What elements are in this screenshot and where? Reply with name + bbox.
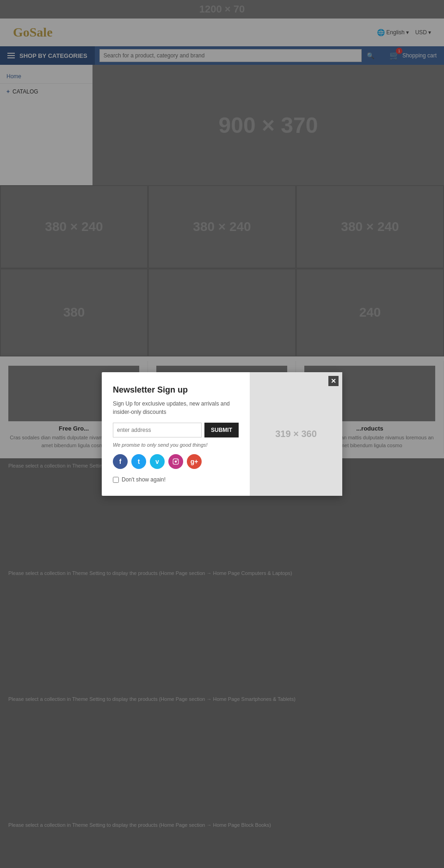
modal-image-dimensions: 319 × 360 — [275, 429, 317, 439]
social-icons: f t v g+ — [113, 454, 239, 469]
instagram-icon[interactable] — [168, 454, 183, 469]
modal-left-panel: Newsletter Sign up Sign Up for exclusive… — [102, 372, 250, 496]
facebook-icon[interactable]: f — [113, 454, 128, 469]
email-input[interactable] — [113, 423, 202, 437]
vimeo-icon[interactable]: v — [150, 454, 165, 469]
svg-point-2 — [177, 460, 178, 461]
newsletter-modal: ✕ Newsletter Sign up Sign Up for exclusi… — [102, 372, 342, 496]
dont-show-checkbox[interactable] — [113, 477, 119, 483]
submit-button[interactable]: SUBMIT — [204, 423, 239, 437]
modal-input-row: SUBMIT — [113, 423, 239, 437]
dont-show-row: Don't show again! — [113, 476, 239, 483]
twitter-icon[interactable]: t — [131, 454, 146, 469]
modal-overlay[interactable]: ✕ Newsletter Sign up Sign Up for exclusi… — [0, 0, 444, 868]
modal-title: Newsletter Sign up — [113, 385, 239, 395]
modal-close-button[interactable]: ✕ — [328, 376, 339, 386]
modal-right-image: 319 × 360 — [250, 372, 342, 496]
googleplus-icon[interactable]: g+ — [187, 454, 202, 469]
dont-show-label: Don't show again! — [122, 476, 166, 483]
modal-description: Sign Up for exclusive updates, new arriv… — [113, 400, 239, 416]
svg-point-0 — [175, 461, 177, 463]
promise-text: We promise to only send you good things! — [113, 442, 239, 448]
